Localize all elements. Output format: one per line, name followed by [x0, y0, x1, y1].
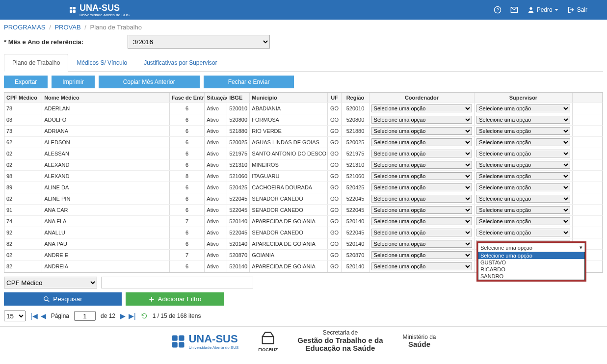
next-page-button[interactable]: ▶	[120, 312, 126, 320]
coordenador-select[interactable]: Selecione uma opção	[371, 206, 473, 214]
logout-button[interactable]: Sair	[567, 6, 587, 14]
add-filter-button[interactable]: Adicionar Filtro	[126, 292, 224, 306]
header-sit[interactable]: Situação	[205, 93, 227, 103]
supervisor-select[interactable]: Selecione uma opção	[476, 217, 570, 225]
cell-cpf: 98	[4, 171, 42, 182]
user-menu[interactable]: Pedro	[527, 6, 558, 14]
tabs: Plano de Trabalho Médicos S/ Vínculo Jus…	[4, 53, 603, 72]
cell-nome: ADOLFO	[42, 114, 170, 126]
coordenador-select[interactable]: Selecione uma opção	[371, 150, 473, 157]
coordenador-select[interactable]: Selecione uma opção	[371, 217, 473, 225]
copy-prev-button[interactable]: Copiar Mês Anterior	[99, 76, 200, 88]
supervisor-select[interactable]: Selecione uma opção	[476, 183, 570, 191]
header-reg[interactable]: Região	[342, 93, 369, 103]
coordenador-select[interactable]: Selecione uma opção	[371, 240, 473, 248]
brand-subtext: Universidade Aberta do SUS	[79, 13, 130, 17]
reference-select[interactable]: 3/2016	[128, 35, 270, 49]
header-nome[interactable]: Nome Médico	[42, 93, 170, 103]
action-bar: Exportar Imprimir Copiar Mês Anterior Fe…	[0, 72, 607, 92]
coordenador-select[interactable]: Selecione uma opção	[371, 138, 473, 146]
prev-page-button[interactable]: ◀	[41, 312, 46, 320]
breadcrumb-provab[interactable]: PROVAB	[54, 24, 80, 31]
coordenador-select[interactable]: Selecione uma opção	[371, 127, 473, 135]
header-sup[interactable]: Supervisor	[475, 93, 572, 103]
header-uf[interactable]: UF	[327, 93, 342, 103]
tab-justificativas[interactable]: Justificativas por Supervisor	[135, 54, 225, 72]
cell-uf: GO	[327, 126, 342, 137]
coordenador-select[interactable]: Selecione uma opção	[371, 172, 473, 180]
cell-mun: RIO VERDE	[250, 126, 327, 137]
search-button[interactable]: Pesquisar	[4, 292, 122, 306]
cell-nome: ADERLAN	[42, 103, 170, 114]
page-input[interactable]	[74, 311, 96, 321]
coordenador-select[interactable]: Selecione uma opção	[371, 229, 473, 236]
cell-sup: Selecione uma opção	[475, 227, 572, 238]
cell-reg: 521060	[342, 171, 369, 182]
cell-nome: ALEXAND	[42, 159, 170, 171]
cell-reg: 522045	[342, 205, 369, 216]
export-button[interactable]: Exportar	[4, 76, 48, 88]
header-coord[interactable]: Coordenador	[369, 93, 475, 103]
cell-coord: Selecione uma opção	[369, 193, 475, 205]
cell-mun: SANTO ANTONIO DO DESCOBERT	[250, 148, 327, 159]
cell-nome: ALEXAND	[42, 171, 170, 182]
coordenador-select[interactable]: Selecione uma opção	[371, 195, 473, 203]
cell-reg: 520140	[342, 238, 369, 250]
messages-button[interactable]	[510, 6, 518, 14]
supervisor-select[interactable]: Selecione uma opção	[476, 104, 570, 112]
svg-rect-11	[179, 342, 185, 347]
header-mun[interactable]: Município	[250, 93, 327, 103]
header-fase[interactable]: Fase de Entrada	[169, 93, 205, 103]
header-cpf[interactable]: CPF Médico	[4, 93, 42, 103]
cell-mun: MINEIROS	[250, 159, 327, 171]
breadcrumb-programas[interactable]: PROGRAMAS	[4, 24, 46, 31]
supervisor-select[interactable]: Selecione uma opção	[476, 150, 570, 157]
coordenador-select[interactable]: Selecione uma opção	[371, 183, 473, 191]
tab-medicos[interactable]: Médicos S/ Vínculo	[68, 54, 135, 72]
logout-icon	[567, 6, 575, 14]
cell-sup: Selecione uma opção	[475, 216, 572, 227]
tab-plano[interactable]: Plano de Trabalho	[4, 54, 68, 72]
cell-fase: 6	[169, 103, 205, 114]
brand-logo: UNA-SUS Universidade Aberta do SUS	[69, 3, 130, 17]
supervisor-option[interactable]: RICARDO	[478, 266, 584, 273]
help-button[interactable]: ?	[494, 6, 501, 14]
supervisor-select[interactable]: Selecione uma opção	[476, 195, 570, 203]
coordenador-select[interactable]: Selecione uma opção	[371, 251, 473, 259]
supervisor-select[interactable]: Selecione uma opção	[476, 127, 570, 135]
cell-sit: Ativo	[205, 103, 227, 114]
supervisor-select[interactable]: Selecione uma opção	[476, 138, 570, 146]
supervisor-option[interactable]: GUSTAVO	[478, 259, 584, 266]
supervisor-select[interactable]: Selecione uma opção	[476, 116, 570, 124]
cell-sup: Selecione uma opção	[475, 148, 572, 159]
coordenador-select[interactable]: Selecione uma opção	[371, 116, 473, 124]
cell-coord: Selecione uma opção	[369, 216, 475, 227]
filter-input[interactable]	[101, 277, 253, 288]
cell-fase: 6	[169, 126, 205, 137]
page-size-select[interactable]: 15	[4, 311, 26, 321]
filter-field-select[interactable]: CPF Médico	[4, 277, 97, 288]
cell-fase: 6	[169, 148, 205, 159]
first-page-button[interactable]: |◀	[30, 312, 38, 320]
supervisor-select[interactable]: Selecione uma opção	[476, 161, 570, 169]
coordenador-select[interactable]: Selecione uma opção	[371, 262, 473, 270]
coordenador-select[interactable]: Selecione uma opção	[371, 161, 473, 169]
table-header-row: CPF Médico Nome Médico Fase de Entrada S…	[4, 93, 603, 103]
print-button[interactable]: Imprimir	[52, 76, 94, 88]
supervisor-option[interactable]: Selecione uma opção	[478, 252, 584, 259]
cell-sit: Ativo	[205, 227, 227, 238]
supervisor-select[interactable]: Selecione uma opção	[476, 206, 570, 214]
header-ibge[interactable]: IBGE	[227, 93, 250, 103]
close-send-button[interactable]: Fechar e Enviar	[204, 76, 294, 88]
cell-cpf: 82	[4, 261, 42, 272]
svg-rect-0	[70, 7, 72, 9]
supervisor-select[interactable]: Selecione uma opção	[476, 172, 570, 180]
refresh-icon[interactable]	[141, 312, 148, 319]
supervisor-select[interactable]: Selecione uma opção	[476, 229, 570, 236]
coordenador-select[interactable]: Selecione uma opção	[371, 104, 473, 112]
footer: UNA-SUS Universidade Aberta do SUS FIOCR…	[0, 326, 607, 355]
last-page-button[interactable]: ▶|	[129, 312, 136, 320]
supervisor-select-row13[interactable]: Selecione uma opção ▾	[478, 243, 585, 252]
svg-rect-9	[179, 335, 185, 340]
supervisor-option[interactable]: SANDRO	[478, 273, 584, 280]
